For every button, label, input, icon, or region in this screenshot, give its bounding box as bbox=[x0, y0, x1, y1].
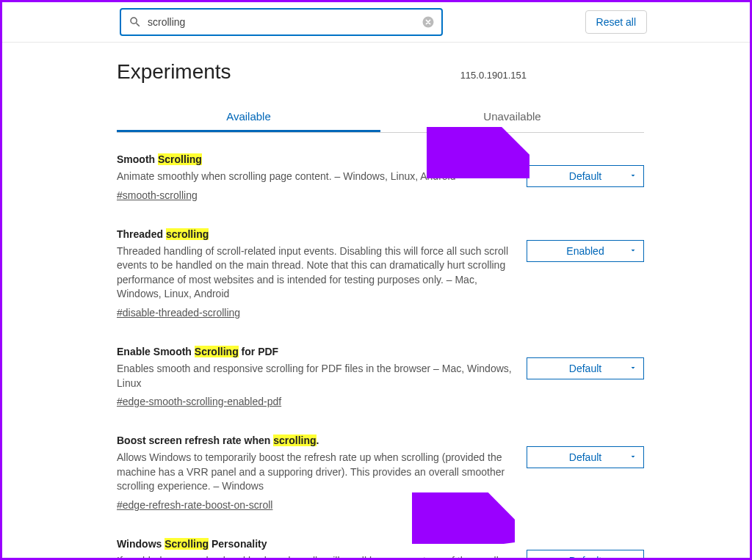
experiment-title: Windows Scrolling Personality bbox=[117, 538, 512, 550]
experiment-dropdown[interactable]: Default bbox=[527, 357, 644, 379]
chevron-down-icon bbox=[629, 451, 637, 463]
experiment-title-highlight: scrolling bbox=[273, 434, 316, 446]
experiment-description: Threaded handling of scroll-related inpu… bbox=[117, 244, 512, 302]
experiment-dropdown-value: Default bbox=[569, 363, 601, 374]
search-icon bbox=[129, 15, 142, 29]
reset-all-button[interactable]: Reset all bbox=[585, 10, 647, 34]
chevron-down-icon bbox=[629, 170, 637, 182]
experiment-title: Threaded scrolling bbox=[117, 228, 512, 240]
experiment-dropdown-value: Enabled bbox=[566, 245, 604, 257]
experiment-title-pre: Smooth bbox=[117, 153, 158, 165]
experiment-dropdown[interactable]: Default bbox=[527, 165, 644, 187]
experiment-dropdown[interactable]: Enabled bbox=[527, 240, 644, 262]
close-icon bbox=[422, 15, 435, 29]
experiment-title-highlight: Scrolling bbox=[164, 538, 209, 550]
experiment-title-highlight: Scrolling bbox=[195, 346, 239, 357]
experiment-title-pre: Boost screen refresh rate when bbox=[117, 434, 273, 446]
experiment-row: Threaded scrollingThreaded handling of s… bbox=[117, 228, 644, 319]
experiment-hash-link[interactable]: #disable-threaded-scrolling bbox=[117, 307, 240, 319]
experiment-hash-link[interactable]: #edge-smooth-scrolling-enabled-pdf bbox=[117, 396, 281, 407]
content-area: Experiments 115.0.1901.151 Available Una… bbox=[2, 43, 750, 560]
experiment-row: Smooth ScrollingAnimate smoothly when sc… bbox=[117, 153, 644, 202]
experiment-row: Boost screen refresh rate when scrolling… bbox=[117, 434, 644, 512]
experiment-title-post: . bbox=[317, 434, 319, 446]
experiment-dropdown-value: Default bbox=[569, 170, 601, 182]
experiment-main: Enable Smooth Scrolling for PDFEnables s… bbox=[117, 346, 512, 408]
experiment-description: Animate smoothly when scrolling page con… bbox=[117, 170, 512, 184]
chevron-down-icon bbox=[629, 245, 637, 257]
experiment-title-post: for PDF bbox=[239, 346, 278, 357]
experiments-list: Smooth ScrollingAnimate smoothly when sc… bbox=[117, 153, 644, 560]
experiment-main: Boost screen refresh rate when scrolling… bbox=[117, 434, 512, 512]
experiment-main: Threaded scrollingThreaded handling of s… bbox=[117, 228, 512, 319]
experiment-row: Enable Smooth Scrolling for PDFEnables s… bbox=[117, 346, 644, 408]
experiment-hash-link[interactable]: #smooth-scrolling bbox=[117, 189, 198, 201]
experiment-description: If enabled, mousewheel and keyboard scro… bbox=[117, 554, 512, 560]
experiment-main: Smooth ScrollingAnimate smoothly when sc… bbox=[117, 153, 512, 202]
experiment-hash-link[interactable]: #edge-refresh-rate-boost-on-scroll bbox=[117, 499, 272, 511]
experiment-title-pre: Enable Smooth bbox=[117, 346, 195, 357]
clear-search-button[interactable] bbox=[421, 15, 435, 29]
tab-unavailable[interactable]: Unavailable bbox=[380, 101, 644, 132]
chevron-down-icon bbox=[629, 363, 637, 374]
experiment-title-pre: Threaded bbox=[117, 228, 166, 240]
experiment-dropdown-value: Default bbox=[569, 451, 601, 463]
chevron-down-icon bbox=[629, 555, 637, 560]
tab-available[interactable]: Available bbox=[117, 101, 380, 132]
experiment-title: Boost screen refresh rate when scrolling… bbox=[117, 434, 512, 446]
experiment-title-highlight: Scrolling bbox=[158, 153, 202, 165]
experiment-title: Smooth Scrolling bbox=[117, 153, 512, 165]
page-title: Experiments bbox=[117, 60, 231, 84]
experiment-title: Enable Smooth Scrolling for PDF bbox=[117, 346, 512, 357]
experiment-description: Enables smooth and responsive scrolling … bbox=[117, 362, 512, 390]
version-label: 115.0.1901.151 bbox=[460, 70, 527, 81]
experiment-description: Allows Windows to temporarily boost the … bbox=[117, 451, 512, 494]
experiment-title-pre: Windows bbox=[117, 538, 164, 550]
experiment-dropdown-value: Default bbox=[569, 555, 601, 560]
experiment-dropdown[interactable]: Default bbox=[527, 446, 644, 468]
experiment-main: Windows Scrolling PersonalityIf enabled,… bbox=[117, 538, 512, 560]
experiment-title-post: Personality bbox=[209, 538, 267, 550]
top-bar: Reset all bbox=[2, 2, 750, 43]
experiment-title-highlight: scrolling bbox=[166, 228, 209, 240]
search-box bbox=[120, 8, 443, 36]
search-input[interactable] bbox=[121, 10, 441, 34]
experiment-dropdown[interactable]: Default bbox=[527, 550, 644, 560]
tab-bar: Available Unavailable bbox=[117, 101, 644, 133]
experiment-row: Windows Scrolling PersonalityIf enabled,… bbox=[117, 538, 644, 560]
